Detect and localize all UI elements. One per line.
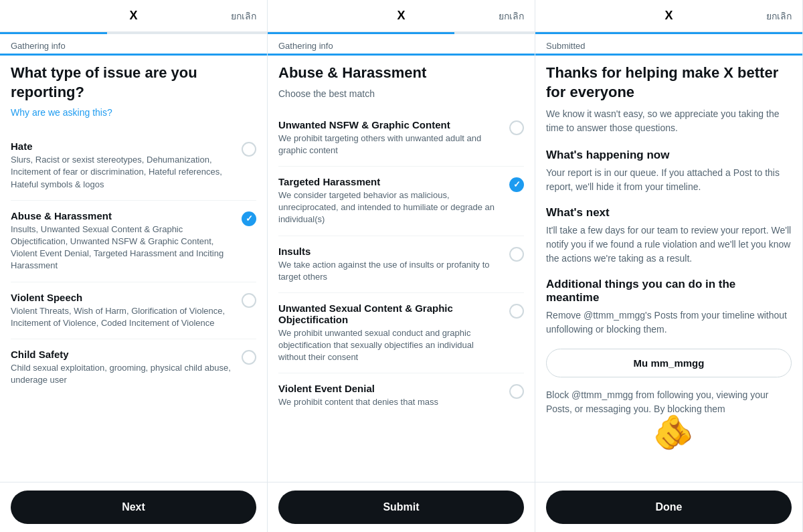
radio-hate-circle xyxy=(242,142,256,157)
done-button[interactable]: Done xyxy=(546,491,792,524)
radio-nsfw-circle xyxy=(509,120,524,135)
radio-hate[interactable]: Hate Slurs, Racist or sexist stereotypes… xyxy=(11,131,256,201)
stage-label-2: Gathering info xyxy=(268,34,535,54)
radio-nsfw[interactable]: Unwanted NSFW & Graphic Content We prohi… xyxy=(278,110,524,167)
radio-insults-circle xyxy=(509,247,524,262)
radio-child-safety[interactable]: Child Safety Child sexual exploitation, … xyxy=(11,339,256,395)
radio-targeted-label: Targeted Harassment xyxy=(278,176,501,187)
block-text: Block @ttmm_mmgg from following you, vie… xyxy=(546,388,792,416)
stage-label-3: Submitted xyxy=(535,34,802,54)
top-bar-1: X ยกเลิก xyxy=(0,0,267,32)
radio-violent-speech-label: Violent Speech xyxy=(11,292,234,303)
radio-hate-label: Hate xyxy=(11,141,234,152)
radio-violent-event-label: Violent Event Denial xyxy=(278,383,501,394)
radio-violent-speech-circle xyxy=(242,293,256,308)
submitted-subtitle: We know it wasn't easy, so we appreciate… xyxy=(546,107,792,135)
whats-happening-text: Your report is in our queue. If you atta… xyxy=(546,166,792,194)
radio-targeted[interactable]: Targeted Harassment We consider targeted… xyxy=(278,167,524,236)
radio-violent-speech[interactable]: Violent Speech Violent Threats, Wish of … xyxy=(11,282,256,339)
radio-violent-event[interactable]: Violent Event Denial We prohibit content… xyxy=(278,373,524,418)
cancel-button-3[interactable]: ยกเลิก xyxy=(766,9,792,23)
radio-sexual-desc: We prohibit unwanted sexual conduct and … xyxy=(278,327,501,364)
content-1: What type of issue are you reporting? Wh… xyxy=(0,56,267,482)
radio-violent-event-desc: We prohibit content that denies that mas… xyxy=(278,396,501,408)
cancel-button-1[interactable]: ยกเลิก xyxy=(231,9,256,23)
radio-violent-event-circle xyxy=(509,384,524,399)
additional-heading: Additional things you can do in the mean… xyxy=(546,278,792,304)
content-2: Abuse & Harassment Choose the best match… xyxy=(268,56,535,482)
whats-next-text: It'll take a few days for our team to re… xyxy=(546,224,792,266)
radio-sexual-circle xyxy=(509,304,524,319)
radio-abuse-label: Abuse & Harassment xyxy=(11,210,234,221)
why-link-1[interactable]: Why are we asking this? xyxy=(11,107,256,118)
x-logo-2: X xyxy=(397,9,405,23)
stage-label-1: Gathering info xyxy=(0,34,267,54)
top-bar-3: X ยกเลิก xyxy=(535,0,802,32)
next-button[interactable]: Next xyxy=(11,491,256,524)
radio-insults[interactable]: Insults We take action against the use o… xyxy=(278,236,524,293)
radio-targeted-circle xyxy=(509,177,524,192)
radio-insults-desc: We take action against the use of insult… xyxy=(278,259,501,283)
panel-subtitle-2: Choose the best match xyxy=(278,88,524,99)
bottom-bar-2: Submit xyxy=(268,482,535,532)
additional-text: Remove @ttmm_mmgg's Posts from your time… xyxy=(546,308,792,337)
radio-violent-speech-desc: Violent Threats, Wish of Harm, Glorifica… xyxy=(11,305,234,329)
radio-child-safety-label: Child Safety xyxy=(11,349,234,360)
panel-title-1: What type of issue are you reporting? xyxy=(11,64,256,102)
radio-child-safety-circle xyxy=(242,350,256,365)
cancel-button-2[interactable]: ยกเลิก xyxy=(499,9,524,23)
panel-3: X ยกเลิก Submitted Thanks for helping ma… xyxy=(535,0,803,532)
radio-targeted-desc: We consider targeted behavior as malicio… xyxy=(278,189,501,226)
top-bar-2: X ยกเลิก xyxy=(268,0,535,32)
radio-abuse-desc: Insults, Unwanted Sexual Content & Graph… xyxy=(11,224,234,272)
radio-abuse[interactable]: Abuse & Harassment Insults, Unwanted Sex… xyxy=(11,201,256,282)
whats-next-heading: What's next xyxy=(546,206,792,219)
radio-sexual[interactable]: Unwanted Sexual Content & Graphic Object… xyxy=(278,293,524,374)
radio-hate-desc: Slurs, Racist or sexist stereotypes, Deh… xyxy=(11,154,234,191)
bottom-bar-1: Next xyxy=(0,482,267,532)
radio-abuse-circle xyxy=(242,211,256,226)
x-logo-3: X xyxy=(664,9,673,23)
radio-sexual-label: Unwanted Sexual Content & Graphic Object… xyxy=(278,302,501,325)
x-logo-1: X xyxy=(129,9,137,23)
submitted-title: Thanks for helping make X better for eve… xyxy=(546,64,792,102)
panel-title-2: Abuse & Harassment xyxy=(278,64,524,83)
mute-button[interactable]: Mu mm_mmgg xyxy=(546,349,792,377)
bottom-bar-3: Done xyxy=(535,482,802,532)
radio-nsfw-label: Unwanted NSFW & Graphic Content xyxy=(278,119,501,130)
panel-2: X ยกเลิก Gathering info Abuse & Harassme… xyxy=(268,0,535,532)
radio-insults-label: Insults xyxy=(278,246,501,257)
submit-button[interactable]: Submit xyxy=(278,491,524,524)
content-3: Thanks for helping make X better for eve… xyxy=(535,56,802,482)
radio-child-safety-desc: Child sexual exploitation, grooming, phy… xyxy=(11,362,234,386)
whats-happening-heading: What's happening now xyxy=(546,149,792,162)
panel-1: X ยกเลิก Gathering info What type of iss… xyxy=(0,0,268,532)
radio-nsfw-desc: We prohibit targeting others with unwant… xyxy=(278,132,501,157)
